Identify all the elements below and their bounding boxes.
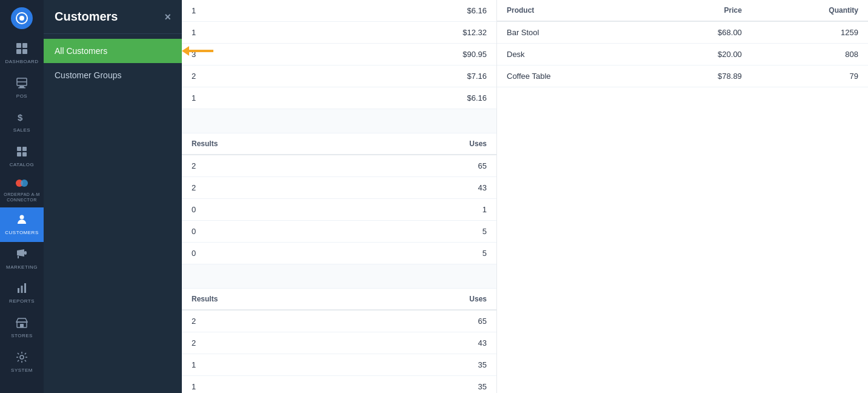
cell-results: 0 — [182, 199, 356, 221]
cell-col1: 1 — [182, 0, 293, 22]
cell-results: 1 — [182, 376, 356, 394]
system-icon — [16, 351, 28, 365]
reports-icon — [16, 282, 28, 296]
svg-rect-24 — [20, 324, 24, 328]
left-table-section1: 1$6.161$12.323$90.952$7.161$6.16 — [182, 0, 496, 109]
table-row: 2$7.16 — [182, 66, 496, 87]
col-uses-1: Uses — [356, 133, 496, 155]
sidebar-item-stores[interactable]: STORES — [0, 311, 44, 345]
cell-uses: 5 — [356, 221, 496, 243]
svg-rect-9 — [18, 87, 25, 89]
cell-col2: $90.95 — [293, 44, 496, 66]
table-row: 05 — [182, 221, 496, 243]
section-spacer-1 — [182, 109, 496, 133]
svg-rect-11 — [17, 147, 21, 151]
cell-col1: 1 — [182, 22, 293, 44]
cell-uses: 65 — [356, 155, 496, 177]
col-product: Product — [497, 0, 648, 21]
cell-quantity: 808 — [752, 44, 868, 66]
svg-rect-20 — [18, 288, 19, 293]
svg-point-16 — [21, 180, 28, 187]
table-row: 01 — [182, 199, 496, 221]
sidebar-item-customers[interactable]: CUSTOMERS — [0, 207, 44, 242]
sidebar-item-label-pos: POS — [16, 93, 27, 99]
table-row: 05 — [182, 243, 496, 264]
sidebar-item-label-stores: STORES — [11, 333, 33, 339]
cell-results: 2 — [182, 332, 356, 354]
cell-col2: $6.16 — [293, 0, 496, 22]
sidebar-item-reports[interactable]: REPORTS — [0, 276, 44, 311]
table-row: 1$6.16 — [182, 87, 496, 109]
panel-header: Customers × — [44, 0, 182, 34]
section-spacer-2 — [182, 264, 496, 289]
cell-uses: 35 — [356, 354, 496, 376]
svg-rect-13 — [17, 152, 21, 156]
sidebar-item-label-sales: SALES — [13, 127, 30, 133]
stores-icon — [16, 317, 28, 331]
col-uses-2: Uses — [356, 289, 496, 310]
col-results-1: Results — [182, 133, 356, 155]
left-table-section3: Results Uses 265243135135114 — [182, 289, 496, 393]
cell-results: 0 — [182, 243, 356, 264]
col-price: Price — [648, 0, 752, 21]
table-row: 1$6.16 — [182, 0, 496, 22]
cell-uses: 43 — [356, 177, 496, 199]
sidebar-item-sales[interactable]: $ SALES — [0, 105, 44, 139]
sidebar-item-label-reports: REPORTS — [9, 298, 35, 304]
catalog-icon — [16, 146, 28, 160]
table-row: Bar Stool$68.001259 — [497, 21, 868, 44]
svg-rect-2 — [16, 43, 21, 48]
sidebar-item-system[interactable]: SYSTEM — [0, 345, 44, 380]
svg-rect-22 — [24, 283, 26, 293]
sidebar-item-catalog[interactable]: CATALOG — [0, 139, 44, 174]
nav-sidebar: DASHBOARD POS $ SALES — [0, 0, 44, 393]
sidebar-item-label-system: SYSTEM — [11, 368, 33, 374]
svg-rect-5 — [22, 49, 27, 54]
close-button[interactable]: × — [164, 12, 171, 22]
pos-icon — [16, 77, 28, 91]
cell-col2: $6.16 — [293, 87, 496, 109]
cell-product: Coffee Table — [497, 66, 648, 87]
sidebar-item-pos[interactable]: POS — [0, 71, 44, 106]
panel-menu: All Customers Customer Groups — [44, 34, 182, 92]
cell-col2: $12.32 — [293, 22, 496, 44]
menu-item-customer-groups[interactable]: Customer Groups — [44, 63, 182, 87]
sidebar-item-orderpad[interactable]: ORDERPAD A-MCONNECTOR — [0, 173, 44, 207]
left-table-section2: Results Uses 265243010505 — [182, 133, 496, 264]
cell-results: 2 — [182, 155, 356, 177]
table-row: Coffee Table$78.8979 — [497, 66, 868, 87]
sidebar-item-label-dashboard: DASHBOARD — [5, 59, 38, 65]
svg-point-25 — [20, 355, 24, 359]
cell-price: $20.00 — [648, 44, 752, 66]
col-quantity: Quantity — [752, 0, 868, 21]
all-customers-label: All Customers — [55, 46, 107, 56]
cell-price: $68.00 — [648, 21, 752, 44]
orderpad-icon — [15, 178, 28, 190]
marketing-icon — [16, 248, 28, 262]
sidebar-item-marketing[interactable]: MARKETING — [0, 242, 44, 277]
cell-results: 1 — [182, 354, 356, 376]
sidebar-item-label-catalog: CATALOG — [10, 162, 35, 168]
cell-uses: 65 — [356, 310, 496, 332]
cell-results: 2 — [182, 310, 356, 332]
svg-rect-4 — [16, 49, 21, 54]
cell-uses: 1 — [356, 199, 496, 221]
orange-arrow — [182, 46, 213, 56]
table-row: 1$12.32 — [182, 22, 496, 44]
table-row: 135 — [182, 376, 496, 394]
menu-item-all-customers[interactable]: All Customers — [44, 39, 182, 63]
cell-col2: $7.16 — [293, 66, 496, 87]
cell-product: Desk — [497, 44, 648, 66]
sales-icon: $ — [16, 111, 28, 125]
cell-col1: 2 — [182, 66, 293, 87]
table-row: 3$90.95 — [182, 44, 496, 66]
customers-panel: Customers × All Customers Customer Group… — [44, 0, 182, 393]
customers-icon — [16, 213, 28, 227]
cell-uses: 5 — [356, 243, 496, 264]
cell-uses: 35 — [356, 376, 496, 394]
cell-uses: 43 — [356, 332, 496, 354]
sidebar-item-label-marketing: MARKETING — [6, 264, 38, 270]
sidebar-item-dashboard[interactable]: DASHBOARD — [0, 36, 44, 71]
table-row: 243 — [182, 177, 496, 199]
cell-results: 2 — [182, 177, 356, 199]
